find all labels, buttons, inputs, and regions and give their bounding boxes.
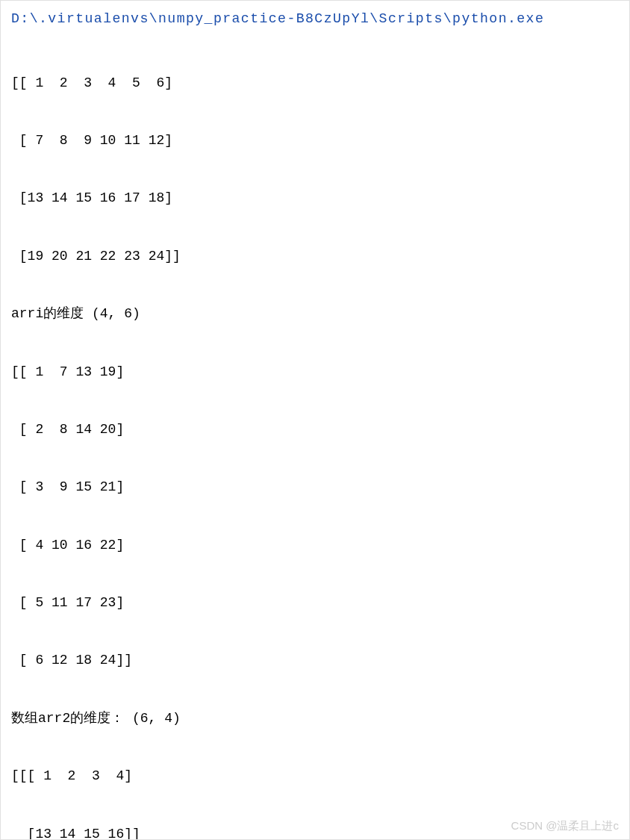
arr1-row: [13 14 15 16 17 18] <box>11 184 619 213</box>
arr2-row: [ 5 11 17 23] <box>11 588 619 617</box>
interpreter-path: D:\.virtualenvs\numpy_practice-B8CzUpYl\… <box>11 11 619 26</box>
arr1-shape: arri的维度 (4, 6) <box>11 299 619 329</box>
arr2-row: [ 6 12 18 24]] <box>11 646 619 675</box>
arr1-row: [ 7 8 9 10 11 12] <box>11 126 619 155</box>
arr2-row: [ 2 8 14 20] <box>11 415 619 444</box>
arr2-row: [ 4 10 16 22] <box>11 531 619 560</box>
arr2-row: [ 3 9 15 21] <box>11 473 619 502</box>
arr1-row: [19 20 21 22 23 24]] <box>11 242 619 271</box>
arr2-row: [[ 1 7 13 19] <box>11 358 619 387</box>
arr1-row: [[ 1 2 3 4 5 6] <box>11 69 619 98</box>
arr2-shape: 数组arr2的维度： (6, 4) <box>11 704 619 733</box>
arr3-row: [[[ 1 2 3 4] <box>11 762 619 791</box>
console-output: [[ 1 2 3 4 5 6] [ 7 8 9 10 11 12] [13 14… <box>11 40 619 840</box>
watermark: CSDN @温柔且上进c <box>511 819 619 833</box>
